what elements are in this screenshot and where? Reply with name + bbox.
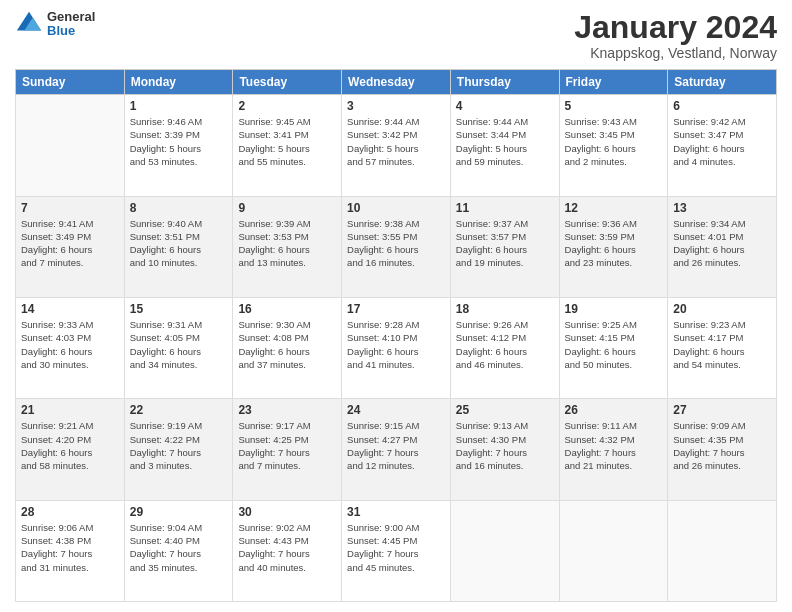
day-number: 30 xyxy=(238,505,336,519)
calendar-cell: 25Sunrise: 9:13 AMSunset: 4:30 PMDayligh… xyxy=(450,399,559,500)
calendar-cell: 3Sunrise: 9:44 AMSunset: 3:42 PMDaylight… xyxy=(342,95,451,196)
title-area: January 2024 Knappskog, Vestland, Norway xyxy=(574,10,777,61)
day-info: Sunrise: 9:36 AMSunset: 3:59 PMDaylight:… xyxy=(565,217,663,270)
day-info: Sunrise: 9:38 AMSunset: 3:55 PMDaylight:… xyxy=(347,217,445,270)
day-number: 18 xyxy=(456,302,554,316)
day-number: 27 xyxy=(673,403,771,417)
day-number: 11 xyxy=(456,201,554,215)
day-number: 29 xyxy=(130,505,228,519)
calendar-cell xyxy=(450,500,559,601)
header-row: Sunday Monday Tuesday Wednesday Thursday… xyxy=(16,70,777,95)
day-number: 25 xyxy=(456,403,554,417)
calendar-cell: 2Sunrise: 9:45 AMSunset: 3:41 PMDaylight… xyxy=(233,95,342,196)
day-info: Sunrise: 9:30 AMSunset: 4:08 PMDaylight:… xyxy=(238,318,336,371)
day-info: Sunrise: 9:25 AMSunset: 4:15 PMDaylight:… xyxy=(565,318,663,371)
col-sunday: Sunday xyxy=(16,70,125,95)
logo-text: General Blue xyxy=(47,10,95,39)
logo-blue: Blue xyxy=(47,24,95,38)
day-info: Sunrise: 9:41 AMSunset: 3:49 PMDaylight:… xyxy=(21,217,119,270)
day-number: 3 xyxy=(347,99,445,113)
day-info: Sunrise: 9:45 AMSunset: 3:41 PMDaylight:… xyxy=(238,115,336,168)
day-info: Sunrise: 9:06 AMSunset: 4:38 PMDaylight:… xyxy=(21,521,119,574)
calendar-cell: 8Sunrise: 9:40 AMSunset: 3:51 PMDaylight… xyxy=(124,196,233,297)
day-number: 13 xyxy=(673,201,771,215)
col-friday: Friday xyxy=(559,70,668,95)
col-monday: Monday xyxy=(124,70,233,95)
col-tuesday: Tuesday xyxy=(233,70,342,95)
day-info: Sunrise: 9:34 AMSunset: 4:01 PMDaylight:… xyxy=(673,217,771,270)
calendar-cell: 27Sunrise: 9:09 AMSunset: 4:35 PMDayligh… xyxy=(668,399,777,500)
day-number: 7 xyxy=(21,201,119,215)
day-number: 23 xyxy=(238,403,336,417)
day-info: Sunrise: 9:42 AMSunset: 3:47 PMDaylight:… xyxy=(673,115,771,168)
calendar-cell: 1Sunrise: 9:46 AMSunset: 3:39 PMDaylight… xyxy=(124,95,233,196)
day-number: 28 xyxy=(21,505,119,519)
day-info: Sunrise: 9:33 AMSunset: 4:03 PMDaylight:… xyxy=(21,318,119,371)
calendar-week-2: 7Sunrise: 9:41 AMSunset: 3:49 PMDaylight… xyxy=(16,196,777,297)
day-info: Sunrise: 9:15 AMSunset: 4:27 PMDaylight:… xyxy=(347,419,445,472)
header: General Blue January 2024 Knappskog, Ves… xyxy=(15,10,777,61)
calendar-cell: 14Sunrise: 9:33 AMSunset: 4:03 PMDayligh… xyxy=(16,297,125,398)
calendar-week-4: 21Sunrise: 9:21 AMSunset: 4:20 PMDayligh… xyxy=(16,399,777,500)
day-info: Sunrise: 9:17 AMSunset: 4:25 PMDaylight:… xyxy=(238,419,336,472)
day-info: Sunrise: 9:19 AMSunset: 4:22 PMDaylight:… xyxy=(130,419,228,472)
day-number: 16 xyxy=(238,302,336,316)
calendar-cell: 22Sunrise: 9:19 AMSunset: 4:22 PMDayligh… xyxy=(124,399,233,500)
day-number: 21 xyxy=(21,403,119,417)
day-number: 17 xyxy=(347,302,445,316)
page: General Blue January 2024 Knappskog, Ves… xyxy=(0,0,792,612)
day-number: 10 xyxy=(347,201,445,215)
day-number: 8 xyxy=(130,201,228,215)
calendar-cell: 15Sunrise: 9:31 AMSunset: 4:05 PMDayligh… xyxy=(124,297,233,398)
month-title: January 2024 xyxy=(574,10,777,45)
calendar-cell: 4Sunrise: 9:44 AMSunset: 3:44 PMDaylight… xyxy=(450,95,559,196)
day-number: 6 xyxy=(673,99,771,113)
day-info: Sunrise: 9:26 AMSunset: 4:12 PMDaylight:… xyxy=(456,318,554,371)
day-info: Sunrise: 9:02 AMSunset: 4:43 PMDaylight:… xyxy=(238,521,336,574)
day-number: 2 xyxy=(238,99,336,113)
day-info: Sunrise: 9:44 AMSunset: 3:44 PMDaylight:… xyxy=(456,115,554,168)
day-number: 14 xyxy=(21,302,119,316)
day-number: 15 xyxy=(130,302,228,316)
calendar-cell: 23Sunrise: 9:17 AMSunset: 4:25 PMDayligh… xyxy=(233,399,342,500)
calendar-cell: 29Sunrise: 9:04 AMSunset: 4:40 PMDayligh… xyxy=(124,500,233,601)
calendar-week-5: 28Sunrise: 9:06 AMSunset: 4:38 PMDayligh… xyxy=(16,500,777,601)
day-info: Sunrise: 9:46 AMSunset: 3:39 PMDaylight:… xyxy=(130,115,228,168)
calendar-cell: 28Sunrise: 9:06 AMSunset: 4:38 PMDayligh… xyxy=(16,500,125,601)
day-info: Sunrise: 9:31 AMSunset: 4:05 PMDaylight:… xyxy=(130,318,228,371)
day-number: 4 xyxy=(456,99,554,113)
day-number: 31 xyxy=(347,505,445,519)
logo-icon xyxy=(15,10,43,38)
calendar-cell: 17Sunrise: 9:28 AMSunset: 4:10 PMDayligh… xyxy=(342,297,451,398)
day-info: Sunrise: 9:28 AMSunset: 4:10 PMDaylight:… xyxy=(347,318,445,371)
day-info: Sunrise: 9:11 AMSunset: 4:32 PMDaylight:… xyxy=(565,419,663,472)
calendar-cell: 16Sunrise: 9:30 AMSunset: 4:08 PMDayligh… xyxy=(233,297,342,398)
day-info: Sunrise: 9:23 AMSunset: 4:17 PMDaylight:… xyxy=(673,318,771,371)
logo: General Blue xyxy=(15,10,95,39)
day-info: Sunrise: 9:13 AMSunset: 4:30 PMDaylight:… xyxy=(456,419,554,472)
calendar-cell: 24Sunrise: 9:15 AMSunset: 4:27 PMDayligh… xyxy=(342,399,451,500)
day-number: 26 xyxy=(565,403,663,417)
day-info: Sunrise: 9:21 AMSunset: 4:20 PMDaylight:… xyxy=(21,419,119,472)
day-number: 24 xyxy=(347,403,445,417)
day-info: Sunrise: 9:04 AMSunset: 4:40 PMDaylight:… xyxy=(130,521,228,574)
calendar-cell: 20Sunrise: 9:23 AMSunset: 4:17 PMDayligh… xyxy=(668,297,777,398)
day-info: Sunrise: 9:00 AMSunset: 4:45 PMDaylight:… xyxy=(347,521,445,574)
day-info: Sunrise: 9:39 AMSunset: 3:53 PMDaylight:… xyxy=(238,217,336,270)
calendar-week-3: 14Sunrise: 9:33 AMSunset: 4:03 PMDayligh… xyxy=(16,297,777,398)
calendar-cell xyxy=(559,500,668,601)
col-saturday: Saturday xyxy=(668,70,777,95)
day-info: Sunrise: 9:44 AMSunset: 3:42 PMDaylight:… xyxy=(347,115,445,168)
calendar-table: Sunday Monday Tuesday Wednesday Thursday… xyxy=(15,69,777,602)
calendar-cell: 10Sunrise: 9:38 AMSunset: 3:55 PMDayligh… xyxy=(342,196,451,297)
calendar-cell xyxy=(668,500,777,601)
day-number: 12 xyxy=(565,201,663,215)
calendar-cell: 19Sunrise: 9:25 AMSunset: 4:15 PMDayligh… xyxy=(559,297,668,398)
calendar-cell: 13Sunrise: 9:34 AMSunset: 4:01 PMDayligh… xyxy=(668,196,777,297)
location: Knappskog, Vestland, Norway xyxy=(574,45,777,61)
calendar-cell: 6Sunrise: 9:42 AMSunset: 3:47 PMDaylight… xyxy=(668,95,777,196)
calendar-cell: 26Sunrise: 9:11 AMSunset: 4:32 PMDayligh… xyxy=(559,399,668,500)
calendar-cell xyxy=(16,95,125,196)
calendar-cell: 7Sunrise: 9:41 AMSunset: 3:49 PMDaylight… xyxy=(16,196,125,297)
calendar-cell: 9Sunrise: 9:39 AMSunset: 3:53 PMDaylight… xyxy=(233,196,342,297)
